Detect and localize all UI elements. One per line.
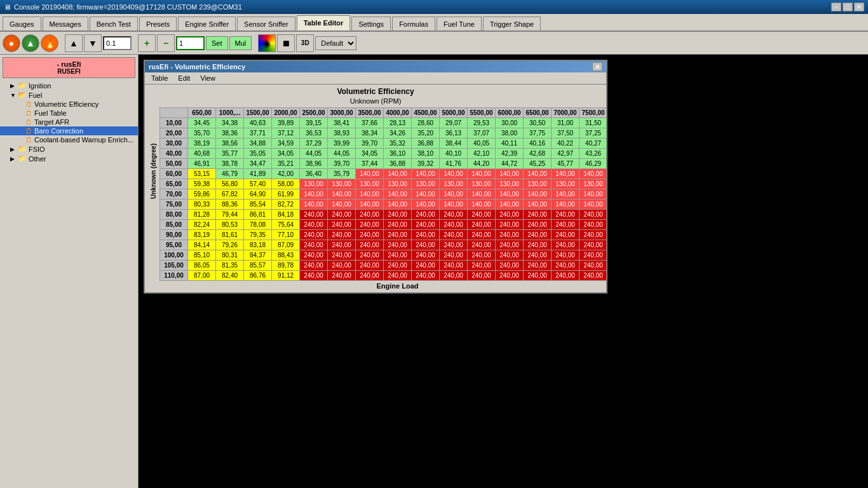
menu-table[interactable]: Table — [149, 74, 170, 83]
tab-formulas[interactable]: Formulas — [392, 17, 435, 30]
table-cell[interactable]: 57,40 — [244, 179, 272, 189]
table-cell[interactable]: 37,07 — [468, 128, 496, 139]
table-cell[interactable]: 140,00 — [356, 200, 384, 210]
sidebar-item-ignition[interactable]: ▶📁Ignition — [0, 81, 138, 90]
table-cell[interactable]: 34,88 — [244, 139, 272, 149]
table-cell[interactable]: 36,40 — [300, 169, 328, 179]
table-cell[interactable]: 140,00 — [496, 200, 524, 210]
set-button[interactable]: Set — [206, 36, 228, 50]
table-cell[interactable]: 37,50 — [552, 128, 580, 139]
table-cell[interactable]: 140,00 — [328, 189, 356, 200]
table-cell[interactable]: 140,00 — [412, 169, 440, 179]
table-cell[interactable]: 85,54 — [244, 200, 272, 210]
table-cell[interactable]: 240,00 — [496, 230, 524, 240]
table-cell[interactable]: 240,00 — [384, 250, 412, 261]
table-cell[interactable]: 34,26 — [384, 128, 412, 139]
table-cell[interactable]: 140,00 — [468, 169, 496, 179]
table-cell[interactable]: 87,09 — [272, 240, 300, 250]
table-cell[interactable]: 240,00 — [552, 261, 580, 271]
table-cell[interactable]: 44,72 — [496, 159, 524, 169]
table-cell[interactable]: 240,00 — [496, 210, 524, 220]
table-cell[interactable]: 39,32 — [412, 159, 440, 169]
table-cell[interactable]: 81,61 — [216, 230, 244, 240]
table-cell[interactable]: 240,00 — [524, 240, 552, 250]
table-cell[interactable]: 240,00 — [552, 230, 580, 240]
table-cell[interactable]: 240,00 — [552, 271, 580, 281]
table-cell[interactable]: 130,00 — [412, 179, 440, 189]
table-cell[interactable]: 240,00 — [356, 210, 384, 220]
table-cell[interactable]: 36,88 — [412, 139, 440, 149]
table-cell[interactable]: 34,38 — [216, 118, 244, 128]
table-cell[interactable]: 37,75 — [524, 128, 552, 139]
menu-edit[interactable]: Edit — [175, 74, 193, 83]
table-cell[interactable]: 140,00 — [552, 189, 580, 200]
table-cell[interactable]: 240,00 — [440, 220, 468, 230]
sidebar-item-coolant-based-warnup-enrich...[interactable]: 🗒Coolant-based Warnup Enrich... — [0, 135, 138, 144]
sidebar-item-other[interactable]: ▶📁Other — [0, 154, 138, 163]
tab-trigger-shape[interactable]: Trigger Shape — [483, 17, 541, 30]
table-cell[interactable]: 37,25 — [580, 128, 607, 139]
table-cell[interactable]: 81,28 — [188, 210, 216, 220]
table-cell[interactable]: 240,00 — [384, 240, 412, 250]
table-cell[interactable]: 39,70 — [356, 139, 384, 149]
table-cell[interactable]: 240,00 — [356, 220, 384, 230]
table-cell[interactable]: 84,14 — [188, 240, 216, 250]
table-cell[interactable]: 240,00 — [300, 261, 328, 271]
table-cell[interactable]: 240,00 — [580, 271, 607, 281]
table-cell[interactable]: 35,79 — [328, 169, 356, 179]
table-cell[interactable]: 140,00 — [384, 189, 412, 200]
table-cell[interactable]: 240,00 — [356, 250, 384, 261]
table-cell[interactable]: 140,00 — [384, 200, 412, 210]
table-cell[interactable]: 240,00 — [580, 220, 607, 230]
table-cell[interactable]: 34,47 — [244, 159, 272, 169]
table-cell[interactable]: 45,25 — [524, 159, 552, 169]
icon-flame[interactable]: 🔥 — [41, 34, 58, 52]
table-cell[interactable]: 240,00 — [440, 250, 468, 261]
table-cell[interactable]: 82,40 — [216, 271, 244, 281]
table-cell[interactable]: 38,34 — [356, 128, 384, 139]
table-cell[interactable]: 140,00 — [468, 189, 496, 200]
table-cell[interactable]: 38,44 — [440, 139, 468, 149]
table-cell[interactable]: 43,26 — [580, 149, 607, 159]
table-cell[interactable]: 140,00 — [300, 200, 328, 210]
table-cell[interactable]: 29,07 — [440, 118, 468, 128]
table-cell[interactable]: 56,80 — [216, 179, 244, 189]
table-cell[interactable]: 36,13 — [440, 128, 468, 139]
table-cell[interactable]: 240,00 — [468, 250, 496, 261]
table-cell[interactable]: 42,39 — [496, 149, 524, 159]
table-cell[interactable]: 140,00 — [552, 200, 580, 210]
table-cell[interactable]: 83,18 — [244, 240, 272, 250]
table-cell[interactable]: 240,00 — [496, 250, 524, 261]
table-cell[interactable]: 240,00 — [580, 250, 607, 261]
table-cell[interactable]: 240,00 — [384, 271, 412, 281]
table-cell[interactable]: 140,00 — [356, 169, 384, 179]
table-cell[interactable]: 130,00 — [384, 179, 412, 189]
table-cell[interactable]: 240,00 — [496, 261, 524, 271]
table-cell[interactable]: 40,22 — [552, 139, 580, 149]
table-cell[interactable]: 42,68 — [524, 149, 552, 159]
table-cell[interactable]: 88,43 — [272, 250, 300, 261]
table-cell[interactable]: 78,08 — [244, 220, 272, 230]
color-icon[interactable]: ◉ — [258, 34, 276, 52]
table-cell[interactable]: 240,00 — [496, 271, 524, 281]
table-cell[interactable]: 86,05 — [188, 261, 216, 271]
table-cell[interactable]: 130,00 — [552, 179, 580, 189]
table-cell[interactable]: 240,00 — [440, 210, 468, 220]
mul-button[interactable]: Mul — [229, 36, 252, 50]
arrow-up-button[interactable]: ▲ — [65, 34, 83, 52]
tab-fuel-tune[interactable]: Fuel Tune — [437, 17, 482, 30]
table-cell[interactable]: 240,00 — [328, 240, 356, 250]
table-cell[interactable]: 45,77 — [552, 159, 580, 169]
table-cell[interactable]: 140,00 — [580, 169, 607, 179]
table-cell[interactable]: 53,15 — [188, 169, 216, 179]
table-cell[interactable]: 35,20 — [412, 128, 440, 139]
table-cell[interactable]: 31,50 — [580, 118, 607, 128]
minimize-button[interactable]: − — [831, 3, 841, 11]
table-cell[interactable]: 34,59 — [272, 139, 300, 149]
table-cell[interactable]: 140,00 — [580, 200, 607, 210]
table-cell[interactable]: 38,78 — [216, 159, 244, 169]
table-cell[interactable]: 31,00 — [552, 118, 580, 128]
table-cell[interactable]: 140,00 — [440, 169, 468, 179]
table-cell[interactable]: 240,00 — [300, 240, 328, 250]
table-cell[interactable]: 75,64 — [272, 220, 300, 230]
